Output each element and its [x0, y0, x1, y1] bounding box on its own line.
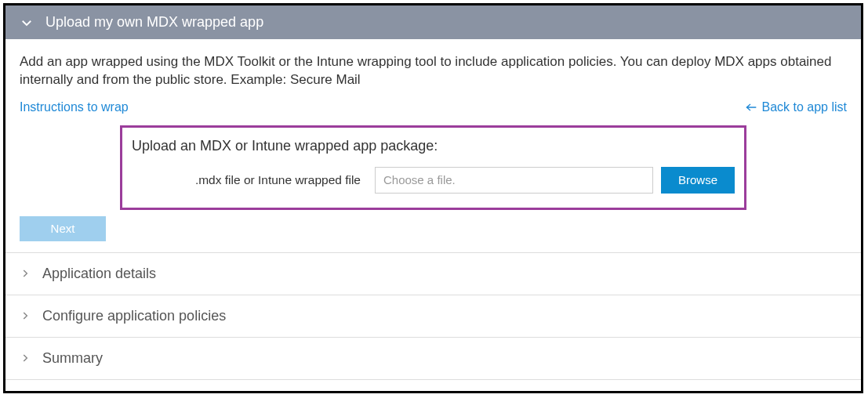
description-text: Add an app wrapped using the MDX Toolkit… — [20, 53, 847, 89]
accordion-item-label: Application details — [42, 266, 156, 282]
chevron-right-icon — [20, 268, 31, 279]
accordion-title: Upload my own MDX wrapped app — [45, 14, 263, 31]
accordion-item-summary[interactable]: Summary — [5, 337, 861, 380]
file-chooser-input[interactable] — [375, 167, 653, 194]
back-to-app-list-link[interactable]: Back to app list — [746, 100, 848, 114]
browse-button[interactable]: Browse — [661, 167, 735, 194]
accordion-item-configure-policies[interactable]: Configure application policies — [5, 295, 861, 337]
chevron-right-icon — [20, 310, 31, 321]
next-button[interactable]: Next — [20, 216, 106, 241]
back-link-label: Back to app list — [762, 100, 848, 114]
accordion-item-application-details[interactable]: Application details — [5, 252, 861, 295]
chevron-right-icon — [20, 353, 31, 364]
accordion-header-upload[interactable]: Upload my own MDX wrapped app — [5, 5, 861, 39]
upload-box-title: Upload an MDX or Intune wrapped app pack… — [132, 138, 735, 154]
instructions-link[interactable]: Instructions to wrap — [20, 100, 129, 114]
accordion-item-label: Summary — [42, 350, 103, 367]
accordion-item-label: Configure application policies — [42, 308, 226, 324]
file-field-label: .mdx file or Intune wrapped file — [132, 173, 367, 187]
upload-highlight-box: Upload an MDX or Intune wrapped app pack… — [120, 125, 746, 210]
back-arrow-icon — [746, 102, 758, 113]
chevron-down-icon — [20, 16, 34, 30]
